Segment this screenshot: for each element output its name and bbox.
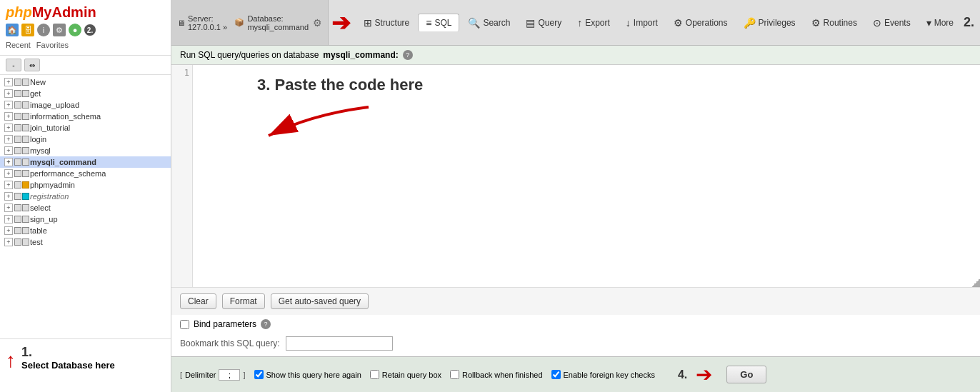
app-logo: phpMyAdmin	[6, 4, 165, 21]
expand-icon[interactable]: +	[4, 181, 13, 189]
format-button[interactable]: Format	[222, 293, 265, 309]
foreign-key-group: Enable foreign key checks	[551, 370, 655, 379]
db-icon-b	[22, 181, 29, 189]
sidebar-item-performance-schema[interactable]: +performance_schema	[0, 168, 171, 179]
tab-query[interactable]: ▤Query	[519, 14, 569, 31]
sql-editor-input[interactable]	[193, 65, 980, 287]
expand-btn[interactable]: ⇔	[24, 59, 40, 71]
expand-icon[interactable]: +	[4, 192, 13, 201]
sql-content-area: Run SQL query/queries on database mysqli…	[171, 46, 980, 392]
sidebar-item-mysqli-command[interactable]: +mysqli_command	[0, 156, 171, 168]
expand-icon[interactable]: +	[4, 226, 13, 235]
info-icon[interactable]: i	[37, 24, 50, 36]
rollback-checkbox[interactable]	[450, 370, 459, 379]
help-icon[interactable]: ?	[403, 50, 413, 60]
editor-area: 1 3. Paste the code here	[171, 65, 980, 287]
sidebar-item-registration[interactable]: +registration	[0, 191, 171, 202]
tab-label-privileges: Privileges	[759, 18, 796, 28]
tab-label-sql: SQL	[434, 18, 451, 28]
sidebar-item-select[interactable]: +select	[0, 202, 171, 213]
db-icon-a	[14, 79, 21, 86]
gear-icon[interactable]: ⚙	[53, 24, 66, 36]
sidebar-item-New[interactable]: +New	[0, 76, 171, 88]
retain-query-checkbox[interactable]	[370, 370, 379, 379]
expand-icon[interactable]: +	[4, 78, 13, 86]
db-icon-b	[22, 193, 29, 200]
recent-link[interactable]: Recent	[6, 41, 31, 49]
db-name-label: select	[30, 203, 51, 212]
db-icon-b	[22, 101, 29, 109]
tab-events[interactable]: ⊙Events	[866, 14, 918, 31]
sidebar-item-information-schema[interactable]: +information_schema	[0, 111, 171, 122]
db-icon-b	[22, 79, 29, 86]
db-icon-a	[14, 216, 21, 223]
bind-params-checkbox[interactable]	[180, 320, 189, 329]
expand-icon[interactable]: +	[4, 112, 13, 121]
db-name-label: New	[30, 78, 46, 86]
more-icon: ▾	[926, 17, 931, 29]
tab-import[interactable]: ↓Import	[619, 14, 665, 31]
rollback-group: Rollback when finished	[450, 370, 543, 379]
expand-icon[interactable]: +	[4, 203, 13, 212]
expand-icon[interactable]: +	[4, 215, 13, 223]
show-query-label: Show this query here again	[266, 371, 361, 379]
sidebar-item-login[interactable]: +login	[0, 134, 171, 145]
query-header-db: mysqli_command:	[323, 50, 398, 60]
rollback-label: Rollback when finished	[462, 371, 543, 379]
autosave-button[interactable]: Get auto-saved query	[271, 293, 369, 309]
show-query-checkbox[interactable]	[254, 370, 264, 379]
sidebar-item-test[interactable]: +test	[0, 236, 171, 248]
expand-icon[interactable]: +	[4, 135, 13, 144]
go-button[interactable]: Go	[726, 366, 766, 383]
db-icon-a	[14, 238, 21, 246]
sidebar-item-table[interactable]: +table	[0, 225, 171, 236]
tab-routines[interactable]: ⚙Routines	[804, 14, 864, 31]
settings-icon[interactable]: ⚙	[313, 17, 322, 29]
database-icon[interactable]: 🗄	[21, 24, 34, 36]
expand-icon[interactable]: +	[4, 101, 13, 109]
sidebar-item-phpmyadmin[interactable]: +phpmyadmin	[0, 179, 171, 191]
tab-operations[interactable]: ⚙Operations	[666, 14, 735, 31]
sidebar-item-image-upload[interactable]: +image_upload	[0, 99, 171, 111]
tab-privileges[interactable]: 🔑Privileges	[736, 14, 803, 31]
sidebar-item-mysql[interactable]: +mysql	[0, 145, 171, 156]
db-icon-a	[14, 101, 21, 109]
tab-more[interactable]: ▾More	[919, 14, 961, 31]
expand-icon[interactable]: +	[4, 158, 13, 166]
resize-handle[interactable]	[971, 278, 980, 287]
expand-icon[interactable]: +	[4, 89, 13, 98]
tab-structure[interactable]: ⊞Structure	[356, 14, 417, 31]
expand-icon[interactable]: +	[4, 169, 13, 178]
expand-icon[interactable]: +	[4, 124, 13, 132]
db-name-label: image_upload	[30, 101, 79, 109]
clear-button[interactable]: Clear	[180, 293, 216, 309]
db-icon-a	[14, 170, 21, 177]
bind-params-row: Bind parameters ?	[171, 315, 980, 333]
db-name-label: performance_schema	[30, 169, 106, 178]
delimiter-input[interactable]	[219, 369, 240, 381]
sidebar-controls: - ⇔	[0, 56, 171, 75]
bookmark-input[interactable]	[286, 336, 393, 351]
foreign-key-checkbox[interactable]	[551, 370, 561, 379]
db-icon-b	[22, 147, 29, 154]
db-icon-b	[22, 90, 29, 97]
bind-params-label: Bind parameters	[194, 319, 256, 329]
expand-icon[interactable]: +	[4, 146, 13, 155]
expand-icon[interactable]: +	[4, 238, 13, 246]
favorites-link[interactable]: Favorites	[36, 41, 69, 49]
sidebar-bottom: ↑ 1. Select Database here	[0, 338, 171, 392]
sidebar-item-join-tutorial[interactable]: +join_tutorial	[0, 122, 171, 134]
home-icon[interactable]: 🏠	[6, 24, 19, 36]
sidebar-item-sign-up[interactable]: +sign_up	[0, 213, 171, 225]
tab-export[interactable]: ↑Export	[570, 14, 617, 31]
tab-search[interactable]: 🔍Search	[461, 14, 517, 31]
db-icon-b	[22, 227, 29, 234]
collapse-btn[interactable]: -	[6, 59, 21, 71]
db-icon-b	[22, 136, 29, 143]
db-icon-a	[14, 159, 21, 166]
sidebar-item-get[interactable]: +get	[0, 88, 171, 99]
search-icon: 🔍	[468, 17, 480, 29]
status-icon[interactable]: ●	[69, 24, 81, 36]
bind-params-help-icon[interactable]: ?	[261, 319, 271, 329]
tab-sql[interactable]: ≡SQL	[418, 14, 459, 31]
